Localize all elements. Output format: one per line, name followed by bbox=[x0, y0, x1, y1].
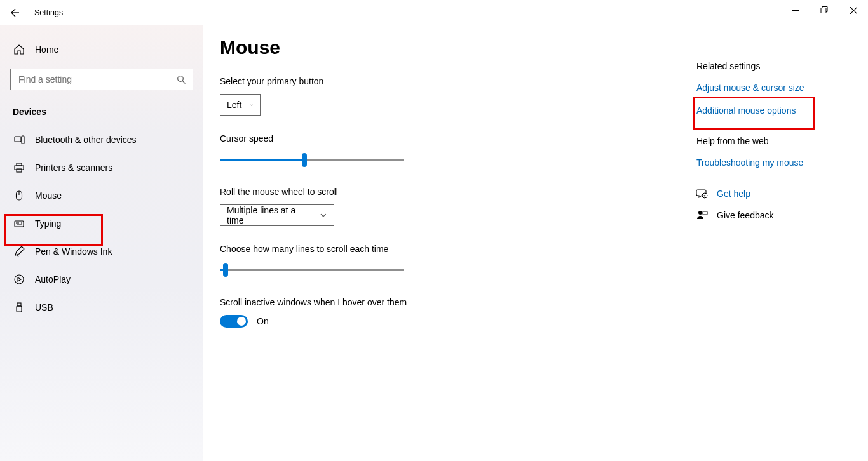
printer-icon bbox=[13, 161, 25, 174]
sidebar-item-mouse[interactable]: Mouse bbox=[0, 182, 203, 210]
devices-icon bbox=[13, 133, 25, 146]
autoplay-icon bbox=[13, 273, 25, 286]
nav-section-title: Devices bbox=[0, 99, 203, 126]
slider-thumb[interactable] bbox=[223, 263, 228, 277]
sidebar-item-printers[interactable]: Printers & scanners bbox=[0, 154, 203, 182]
link-adjust-cursor-size[interactable]: Adjust mouse & cursor size bbox=[696, 83, 853, 93]
nav-home[interactable]: Home bbox=[0, 37, 203, 62]
slider-thumb[interactable] bbox=[302, 153, 307, 167]
sidebar-item-label: Pen & Windows Ink bbox=[35, 246, 112, 257]
support-section: ? Get help Give feedback bbox=[696, 188, 853, 221]
slider-track bbox=[220, 269, 404, 271]
cursor-speed-block: Cursor speed bbox=[220, 133, 674, 169]
link-troubleshoot-mouse[interactable]: Troubleshooting my mouse bbox=[696, 157, 853, 168]
get-help-row[interactable]: ? Get help bbox=[696, 188, 853, 199]
search-wrap bbox=[0, 62, 203, 99]
titlebar: Settings bbox=[0, 0, 868, 25]
cursor-speed-label: Cursor speed bbox=[220, 133, 674, 144]
primary-button-label: Select your primary button bbox=[220, 76, 674, 86]
maximize-icon bbox=[820, 6, 828, 14]
keyboard-icon bbox=[13, 217, 25, 230]
help-section: Help from the web Troubleshooting my mou… bbox=[696, 136, 853, 168]
minimize-icon bbox=[792, 7, 799, 14]
help-chat-icon: ? bbox=[696, 188, 708, 199]
window-controls bbox=[780, 0, 868, 20]
hover-label: Scroll inactive windows when I hover ove… bbox=[220, 297, 674, 307]
sidebar-item-label: AutoPlay bbox=[35, 274, 71, 284]
scroll-mode-select[interactable]: Multiple lines at a time bbox=[220, 204, 334, 226]
related-settings-heading: Related settings bbox=[696, 61, 853, 71]
svg-point-1 bbox=[178, 76, 184, 81]
chevron-down-icon bbox=[249, 101, 254, 109]
scroll-mode-value: Multiple lines at a time bbox=[227, 205, 312, 225]
hover-state: On bbox=[257, 316, 269, 326]
link-additional-mouse-options[interactable]: Additional mouse options bbox=[696, 105, 853, 116]
svg-rect-8 bbox=[15, 221, 24, 227]
sidebar-item-usb[interactable]: USB bbox=[0, 293, 203, 321]
sidebar-item-label: Typing bbox=[35, 218, 61, 229]
primary-button-select[interactable]: Left bbox=[220, 94, 261, 116]
hover-toggle-row: On bbox=[220, 315, 674, 328]
search-icon bbox=[177, 75, 186, 84]
usb-icon bbox=[13, 301, 25, 314]
page-title: Mouse bbox=[220, 37, 674, 58]
scroll-mode-block: Roll the mouse wheel to scroll Multiple … bbox=[220, 187, 674, 226]
svg-rect-3 bbox=[22, 136, 24, 144]
hover-toggle[interactable] bbox=[220, 315, 248, 328]
minimize-button[interactable] bbox=[780, 0, 810, 20]
left-nav: Home Devices Bluetooth & other devices P… bbox=[0, 25, 203, 461]
help-heading: Help from the web bbox=[696, 136, 853, 146]
close-button[interactable] bbox=[839, 0, 868, 20]
cursor-speed-slider[interactable] bbox=[220, 151, 404, 169]
svg-rect-2 bbox=[15, 137, 21, 142]
hover-block: Scroll inactive windows when I hover ove… bbox=[220, 297, 674, 328]
svg-rect-4 bbox=[17, 163, 22, 166]
svg-point-14 bbox=[698, 211, 702, 215]
svg-rect-0 bbox=[821, 8, 826, 13]
sidebar-item-label: Bluetooth & other devices bbox=[35, 135, 137, 145]
svg-rect-11 bbox=[17, 306, 22, 312]
sidebar-item-label: Mouse bbox=[35, 190, 62, 201]
sidebar-item-pen[interactable]: Pen & Windows Ink bbox=[0, 237, 203, 265]
svg-rect-15 bbox=[703, 211, 707, 215]
nav-home-label: Home bbox=[35, 44, 58, 55]
search-input[interactable] bbox=[17, 74, 177, 85]
sidebar-item-typing[interactable]: Typing bbox=[0, 210, 203, 237]
chevron-down-icon bbox=[320, 211, 327, 219]
home-icon bbox=[13, 43, 25, 56]
main-content: Mouse Select your primary button Left Cu… bbox=[203, 25, 690, 461]
scroll-mode-label: Roll the mouse wheel to scroll bbox=[220, 187, 674, 197]
back-button[interactable] bbox=[0, 0, 28, 25]
get-help-label: Get help bbox=[717, 189, 750, 199]
search-box[interactable] bbox=[10, 69, 193, 90]
slider-fill bbox=[220, 159, 304, 161]
give-feedback-row[interactable]: Give feedback bbox=[696, 210, 853, 221]
svg-point-9 bbox=[15, 275, 24, 284]
lines-slider[interactable] bbox=[220, 262, 404, 279]
lines-block: Choose how many lines to scroll each tim… bbox=[220, 244, 674, 279]
sidebar-item-bluetooth[interactable]: Bluetooth & other devices bbox=[0, 126, 203, 154]
feedback-icon bbox=[696, 210, 708, 221]
maximize-button[interactable] bbox=[810, 0, 839, 20]
close-icon bbox=[850, 7, 857, 14]
primary-button-value: Left bbox=[227, 100, 241, 110]
lines-label: Choose how many lines to scroll each tim… bbox=[220, 244, 674, 254]
settings-window: Settings Home bbox=[0, 0, 868, 461]
give-feedback-label: Give feedback bbox=[717, 210, 774, 220]
arrow-left-icon bbox=[9, 8, 19, 18]
sidebar-item-label: Printers & scanners bbox=[35, 163, 112, 173]
sidebar-item-label: USB bbox=[35, 302, 53, 312]
sidebar-item-autoplay[interactable]: AutoPlay bbox=[0, 265, 203, 293]
toggle-knob bbox=[237, 317, 246, 326]
primary-button-block: Select your primary button Left bbox=[220, 76, 674, 116]
pen-icon bbox=[13, 245, 25, 258]
svg-rect-10 bbox=[17, 303, 21, 306]
mouse-icon bbox=[13, 189, 25, 202]
right-column: Related settings Adjust mouse & cursor s… bbox=[690, 25, 868, 461]
window-title: Settings bbox=[28, 0, 63, 25]
